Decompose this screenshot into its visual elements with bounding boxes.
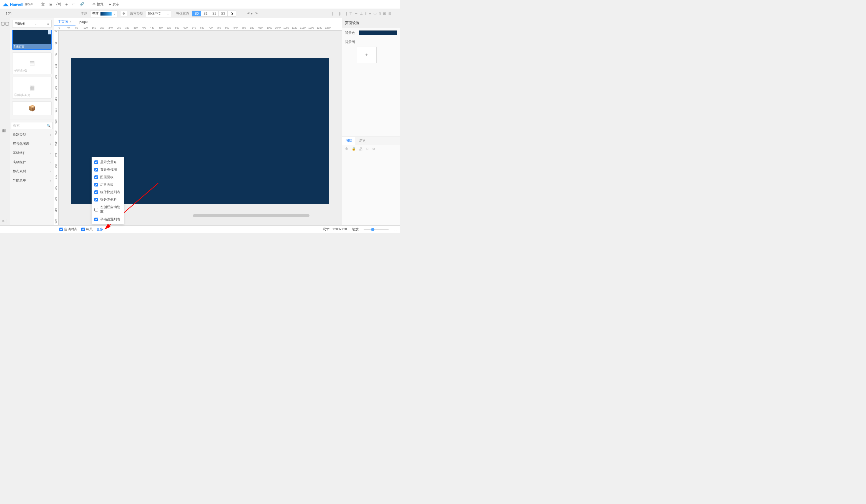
state-s2[interactable]: S2 [210, 11, 219, 16]
same-width-icon[interactable]: ▭ [373, 11, 377, 16]
translate-icon[interactable]: 文 [41, 2, 45, 7]
theme-select[interactable]: 亮蓝 ⌄ [90, 11, 118, 17]
popup-item[interactable]: 平铺设置列表 [92, 216, 124, 223]
state-label: 整体状态 [176, 11, 189, 16]
checkbox[interactable] [95, 208, 98, 212]
checkbox[interactable] [95, 190, 98, 194]
theme-gradient-icon [100, 12, 112, 15]
checkbox[interactable] [59, 227, 63, 231]
alignment-tools: |⫶ ⫶|⫶ ⫶| ⊤ ⊢ ⊥ ⫴ ≡ ▭ ▯ ⊞ ⊟ [332, 11, 391, 16]
align-center-h-icon[interactable]: ⫶|⫶ [337, 11, 342, 16]
distribute-h-icon[interactable]: ⫴ [365, 11, 367, 16]
state-s1[interactable]: S1 [201, 11, 210, 16]
brand-logo: ◢◣ Haiwell 海为® [3, 2, 33, 7]
image-icon[interactable]: ▣ [49, 2, 53, 7]
components-panel-icon[interactable]: ▦ [2, 128, 6, 133]
align-left-icon[interactable]: |⫶ [332, 11, 335, 16]
popup-label: 显示变量名 [100, 160, 117, 165]
ruler-label: 标尺 [86, 227, 93, 232]
tab-history[interactable]: 历史 [356, 137, 369, 145]
undo-button[interactable]: ↶ ▾ [247, 12, 253, 15]
state-s3[interactable]: S3 [219, 11, 227, 16]
bg-image-add[interactable]: + [357, 47, 377, 63]
ruler-toggle[interactable]: 标尺 [81, 227, 93, 232]
align-top-icon[interactable]: ⊤ [349, 11, 352, 16]
config-bar: 121 主题 亮蓝 ⌄ ⚙ 语言类型 简体中文 ⌄ 整体状态 S0 S1 S2 … [0, 9, 400, 18]
slider-knob[interactable] [371, 228, 375, 231]
checkbox[interactable] [95, 198, 98, 201]
popup-item[interactable]: 历史面板 [92, 181, 124, 189]
close-icon[interactable]: × [70, 20, 71, 24]
ruler-horizontal[interactable]: 0408012016020024028032036040044048052056… [54, 26, 342, 31]
popup-item[interactable]: 背景页模糊 [92, 166, 124, 173]
copy-icon[interactable]: ⿻ [366, 147, 369, 152]
checkbox[interactable] [95, 160, 98, 164]
auto-align-toggle[interactable]: 自动对齐 [59, 227, 77, 232]
device-select[interactable]: 电脑端 ⌄ ≡ [12, 20, 52, 27]
popup-item[interactable]: 组件快捷列表 [92, 189, 124, 196]
list-icon[interactable]: ≡ [47, 22, 49, 26]
layers-icon[interactable]: ◈ [65, 2, 68, 7]
popup-item[interactable]: 拆分左侧栏 [92, 196, 124, 203]
group-icon[interactable]: ⊞ [383, 11, 386, 16]
state-input[interactable] [227, 11, 236, 16]
search-input[interactable]: 搜索 🔍 [11, 122, 53, 129]
bg-color-swatch[interactable] [359, 30, 397, 35]
extra-card[interactable]: 📦 [12, 101, 52, 115]
publish-button[interactable]: ➤ 发布 [109, 2, 119, 7]
lang-value: 简体中文 [148, 11, 161, 16]
same-height-icon[interactable]: ▯ [379, 11, 381, 16]
collapse-panel-icon[interactable]: ⇤| [2, 219, 7, 223]
pages-panel-icon[interactable]: ▢▢ [2, 20, 8, 27]
category-draw[interactable]: 绘制类型› [10, 130, 54, 139]
duplicate-icon[interactable]: ⧉ [373, 147, 375, 152]
category-advanced[interactable]: 高级组件› [10, 158, 54, 167]
checkbox[interactable] [95, 168, 98, 171]
popup-label: 历史面板 [100, 182, 113, 187]
category-static[interactable]: 静态素材› [10, 167, 54, 176]
pages-section: 电脑端 ⌄ ≡ ⌂ 1.主页面 ▤ 子画面(0) ▦ 导航模板(1) 📦 [10, 18, 54, 120]
preview-label: 预览 [97, 2, 103, 7]
category-nav[interactable]: 导航菜单› [10, 176, 54, 185]
checkbox[interactable] [95, 176, 98, 179]
tab-label: 主页面 [58, 20, 68, 24]
state-s0[interactable]: S0 [192, 11, 201, 16]
card-icon[interactable]: ▭ [72, 2, 76, 7]
page-thumb-main[interactable]: ⌂ 1.主页面 [12, 30, 52, 50]
align-bottom-icon[interactable]: ⊥ [360, 11, 363, 16]
popup-item[interactable]: 图层面板 [92, 173, 124, 181]
horizontal-scrollbar[interactable] [193, 214, 310, 217]
more-button[interactable]: 更多 ⌃ [97, 227, 107, 232]
nav-template-card[interactable]: ▦ 导航模板(1) [12, 77, 52, 99]
tab-page1[interactable]: page1 [76, 19, 92, 25]
category-label: 高级组件 [13, 160, 26, 165]
lang-select[interactable]: 简体中文 ⌄ [146, 11, 171, 17]
settings-button[interactable]: ⚙ [120, 11, 127, 16]
distribute-v-icon[interactable]: ≡ [369, 11, 371, 16]
preview-button[interactable]: 👁 预览 [92, 2, 103, 7]
checkbox[interactable] [95, 217, 98, 221]
tree-icon[interactable]: 品 [359, 147, 363, 152]
lock-icon[interactable]: 🔒 [352, 147, 356, 152]
tab-layers[interactable]: 图层 [342, 137, 356, 145]
ungroup-icon[interactable]: ⊟ [388, 11, 391, 16]
checkbox[interactable] [95, 183, 98, 187]
scrollbar-thumb[interactable] [193, 214, 310, 217]
checkbox[interactable] [81, 227, 85, 231]
delete-icon[interactable]: 🗑 [345, 147, 348, 152]
toolbar-icon-group: 文 ▣ {=} ◈ ▭ 🔗 [41, 2, 85, 7]
align-right-icon[interactable]: ⫶| [344, 11, 347, 16]
category-charts[interactable]: 可视化图表› [10, 139, 54, 148]
align-middle-icon[interactable]: ⊢ [354, 11, 357, 16]
tab-main[interactable]: 主页面 × [54, 18, 76, 26]
fullscreen-icon[interactable]: ⛶ [393, 227, 397, 232]
subpage-card[interactable]: ▤ 子画面(0) [12, 53, 52, 74]
link-icon[interactable]: 🔗 [79, 2, 84, 7]
zoom-slider[interactable] [364, 229, 389, 230]
redo-button[interactable]: ↷ [255, 12, 258, 15]
popup-item[interactable]: 左侧栏自动隐藏 [92, 203, 124, 216]
popup-item[interactable]: 显示变量名 [92, 158, 124, 166]
brackets-icon[interactable]: {=} [56, 2, 61, 7]
chevron-right-icon: › [50, 170, 51, 173]
category-basic[interactable]: 基础组件› [10, 148, 54, 158]
